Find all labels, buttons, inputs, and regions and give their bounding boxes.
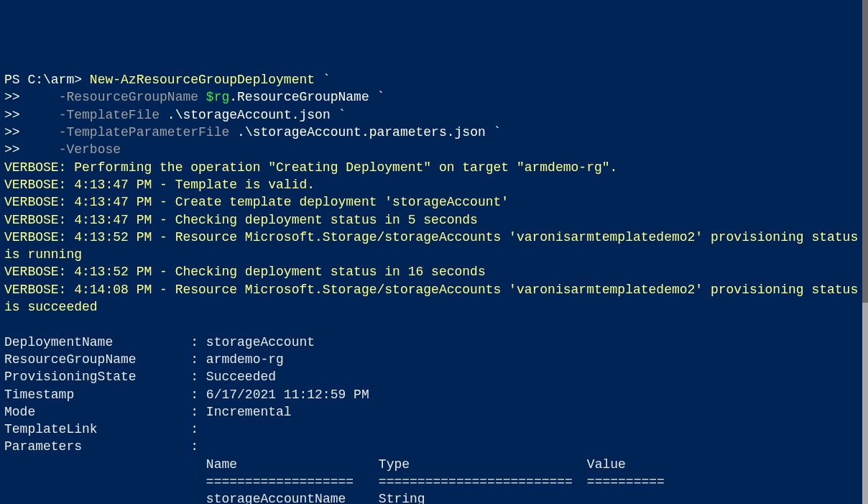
verbose-line: VERBOSE: Performing the operation "Creat… (4, 159, 864, 176)
prompt-sep: > (74, 73, 90, 87)
result-deploymentname: DeploymentName : storageAccount (4, 334, 864, 351)
param-verbose: -Verbose (59, 142, 121, 157)
param-resourcegroupname: -ResourceGroupName (59, 90, 206, 104)
command-line-4: >> -TemplateParameterFile .\storageAccou… (4, 124, 864, 141)
verbose-line: VERBOSE: 4:13:52 PM - Checking deploymen… (4, 263, 864, 280)
prompt-ps: PS (4, 73, 27, 87)
prompt-path: C:\arm (27, 73, 74, 87)
continuation-prompt: >> (4, 142, 59, 157)
command-line-3: >> -TemplateFile .\storageAccount.json ` (4, 106, 864, 124)
result-parameters-label: Parameters : (4, 438, 864, 455)
header-type: Type (379, 457, 410, 472)
line-continuation: ` (331, 108, 346, 122)
verbose-line: VERBOSE: 4:14:08 PM - Resource Microsoft… (4, 281, 864, 316)
result-provisioningstate: ProvisioningState : Succeeded (4, 368, 864, 385)
scrollbar-thumb[interactable] (862, 0, 868, 303)
header-value: Value (587, 457, 626, 472)
command-line-2: >> -ResourceGroupName $rg.ResourceGroupN… (4, 88, 864, 106)
continuation-prompt: >> (4, 108, 59, 122)
verbose-line: VERBOSE: 4:13:52 PM - Resource Microsoft… (4, 229, 864, 264)
param-table-header: NameTypeValue (4, 456, 864, 473)
line-continuation: ` (486, 125, 502, 139)
result-templatelink: TemplateLink : (4, 421, 864, 438)
verbose-line: VERBOSE: 4:13:47 PM - Checking deploymen… (4, 211, 864, 229)
param-templatefile: -TemplateFile (59, 108, 167, 122)
command-line-5: >> -Verbose (4, 141, 864, 158)
variable-rg: $rg (206, 90, 229, 104)
line-continuation: ` (315, 73, 331, 87)
result-mode: Mode : Incremental (4, 403, 864, 421)
template-param-file-path: .\storageAccount.parameters.json (237, 125, 486, 139)
continuation-prompt: >> (4, 125, 59, 139)
header-name: Name (206, 457, 237, 472)
param-table-row: storageAccountNameString (4, 490, 864, 504)
param-type: String (379, 492, 425, 504)
member-resourcegroupname: .ResourceGroupName (229, 90, 369, 104)
command-line-1: PS C:\arm> New-AzResourceGroupDeployment… (4, 71, 864, 88)
terminal-output[interactable]: PS C:\arm> New-AzResourceGroupDeployment… (4, 71, 864, 504)
result-timestamp: Timestamp : 6/17/2021 11:12:59 PM (4, 386, 864, 403)
blank-line (4, 316, 864, 333)
param-templateparameterfile: -TemplateParameterFile (59, 125, 237, 139)
param-name: storageAccountName (206, 492, 346, 504)
verbose-line: VERBOSE: 4:13:47 PM - Template is valid. (4, 176, 864, 193)
continuation-prompt: >> (4, 90, 59, 104)
template-file-path: .\storageAccount.json (167, 108, 331, 122)
cmdlet-name: New-AzResourceGroupDeployment (90, 73, 315, 87)
param-table-underline: ========================================… (4, 473, 864, 490)
scrollbar-vertical[interactable] (862, 0, 868, 504)
verbose-line: VERBOSE: 4:13:47 PM - Create template de… (4, 193, 864, 211)
result-resourcegroupname: ResourceGroupName : armdemo-rg (4, 351, 864, 368)
line-continuation: ` (369, 90, 385, 104)
